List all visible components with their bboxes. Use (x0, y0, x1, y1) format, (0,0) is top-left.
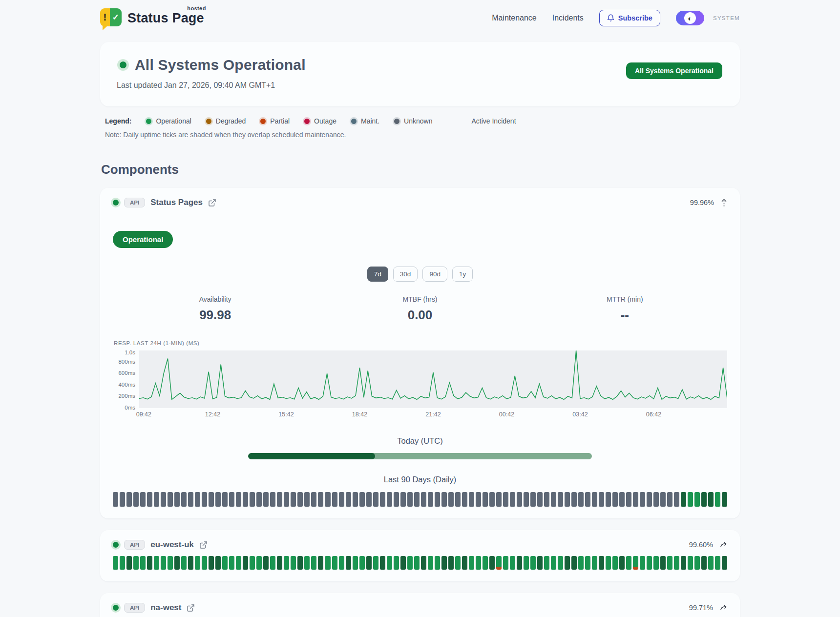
component-stats: Availability 99.98 MTBF (hrs) 0.00 MTTR … (113, 295, 727, 323)
uptime-tick (311, 556, 316, 570)
partial-dot-icon (260, 119, 266, 124)
component-header[interactable]: API na-west 99.71% (113, 603, 727, 613)
y-tick-label: 200ms (118, 393, 135, 399)
uptime-tick (640, 556, 645, 570)
uptime-tick (571, 492, 577, 507)
uptime-tick (250, 492, 255, 507)
main-nav: Maintenance Incidents Subscribe ◐ SYSTEM (492, 10, 740, 26)
range-button-1y[interactable]: 1y (452, 267, 473, 282)
uptime-tick (133, 492, 139, 507)
uptime-tick (489, 556, 495, 570)
range-button-90d[interactable]: 90d (422, 267, 447, 282)
component-name: na-west (150, 603, 181, 613)
uptime-tick (126, 556, 132, 570)
component-uptime-percent: 99.71% (689, 604, 713, 612)
range-button-7d[interactable]: 7d (367, 267, 388, 282)
status-page-logo-icon: ! ✓ (100, 8, 122, 28)
legend-item-degraded: Degraded (206, 117, 246, 125)
x-tick-label: 18:42 (352, 411, 367, 418)
uptime-tick (291, 556, 296, 570)
uptime-tick (113, 556, 118, 570)
component-uptime-percent: 99.96% (690, 199, 714, 206)
component-card-status-pages: API Status Pages 99.96% Operational (100, 188, 740, 518)
legend-item-maint: Maint. (351, 117, 379, 125)
ninety-days-label: Last 90 Days (Daily) (113, 475, 727, 484)
expand-icon[interactable] (720, 542, 727, 548)
component-header[interactable]: API Status Pages 99.96% (113, 198, 727, 207)
chart-x-axis: 09:4212:4215:4218:4221:4200:4203:4206:42 (139, 411, 727, 423)
response-time-chart: RESP. LAST 24H (1-MIN) (MS) 1.0s800ms600… (113, 340, 727, 423)
component-status-pill: Operational (113, 231, 173, 248)
uptime-tick (380, 492, 385, 507)
uptime-tick (215, 556, 221, 570)
uptime-tick (476, 556, 481, 570)
nav-incidents[interactable]: Incidents (552, 14, 584, 22)
uptime-tick (476, 492, 481, 507)
uptime-tick (674, 556, 679, 570)
uptime-tick (489, 492, 495, 507)
uptime-tick (256, 492, 262, 507)
uptime-tick (633, 556, 638, 570)
uptime-tick (181, 492, 187, 507)
uptime-tick (400, 556, 406, 570)
uptime-tick (626, 556, 631, 570)
uptime-tick (140, 556, 146, 570)
uptime-tick (524, 492, 529, 507)
external-link-icon[interactable] (199, 541, 208, 549)
uptime-tick (599, 492, 604, 507)
uptime-tick (325, 492, 330, 507)
expand-icon[interactable] (720, 605, 727, 611)
uptime-tick (297, 556, 303, 570)
uptime-tick (284, 492, 289, 507)
uptime-tick (688, 556, 693, 570)
external-link-icon[interactable] (208, 199, 216, 207)
uptime-tick (366, 556, 372, 570)
uptime-tick (277, 492, 282, 507)
uptime-tick (407, 556, 413, 570)
component-name: eu-west-uk (150, 540, 194, 550)
uptime-tick (660, 492, 666, 507)
uptime-tick (469, 556, 474, 570)
uptime-tick (578, 556, 584, 570)
uptime-tick (428, 556, 433, 570)
uptime-tick (647, 492, 652, 507)
component-status-dot (113, 605, 119, 611)
uptime-tick (174, 556, 180, 570)
uptime-tick (667, 556, 672, 570)
uptime-tick (421, 556, 426, 570)
component-uptime-percent: 99.60% (689, 541, 713, 549)
theme-toggle[interactable]: ◐ (676, 11, 704, 25)
range-button-30d[interactable]: 30d (393, 267, 418, 282)
uptime-tick (373, 492, 378, 507)
check-icon: ✓ (110, 8, 122, 26)
legend-item-unknown: Unknown (394, 117, 432, 125)
header: ! ✓ Status Page hosted Maintenance Incid… (100, 0, 740, 36)
legend: Legend: Operational Degraded Partial Out… (105, 117, 740, 125)
uptime-tick (435, 556, 440, 570)
bell-icon (607, 14, 614, 22)
uptime-tick (147, 492, 152, 507)
uptime-tick (373, 556, 378, 570)
uptime-tick (181, 556, 187, 570)
uptime-tick (414, 492, 420, 507)
uptime-tick (380, 556, 385, 570)
uptime-tick (537, 492, 543, 507)
uptime-tick (599, 556, 604, 570)
uptime-tick (565, 556, 570, 570)
subscribe-button[interactable]: Subscribe (599, 10, 660, 26)
external-link-icon[interactable] (187, 604, 195, 612)
component-header[interactable]: API eu-west-uk 99.60% (113, 540, 727, 550)
nav-maintenance[interactable]: Maintenance (492, 14, 537, 22)
collapse-icon[interactable] (721, 199, 727, 207)
uptime-tick (332, 556, 337, 570)
uptime-tick (619, 556, 625, 570)
uptime-tick (222, 556, 228, 570)
uptime-tick (222, 492, 228, 507)
uptime-tick (304, 492, 310, 507)
brand: ! ✓ Status Page hosted (100, 8, 204, 28)
uptime-tick (462, 556, 467, 570)
uptime-tick (140, 492, 146, 507)
uptime-tick (612, 556, 618, 570)
uptime-tick (291, 492, 296, 507)
uptime-tick (694, 556, 700, 570)
